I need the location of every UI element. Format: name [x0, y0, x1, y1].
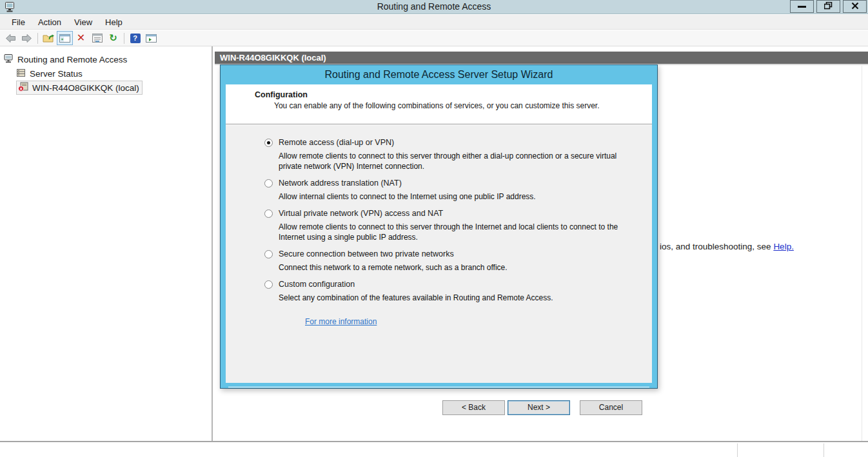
back-arrow-icon [5, 34, 16, 43]
status-strip-divider [737, 443, 738, 457]
option-description: Connect this network to a remote network… [279, 262, 632, 273]
tree-item-label: Server Status [30, 69, 83, 79]
next-wizard-button[interactable]: Next > [508, 400, 570, 415]
menu-view[interactable]: View [68, 15, 99, 29]
wizard-title: Routing and Remote Access Server Setup W… [221, 65, 657, 84]
routing-console-icon [3, 53, 14, 65]
option-custom-configuration: Custom configuration Select any combinat… [264, 280, 652, 303]
background-help-text: ios, and troubleshooting, see Help. [660, 242, 794, 251]
tree-root-routing-remote-access[interactable]: Routing and Remote Access [0, 52, 212, 66]
restore-button[interactable] [816, 0, 840, 13]
option-label[interactable]: Network address translation (NAT) [279, 179, 402, 188]
tree-item-server-status[interactable]: Server Status [0, 66, 212, 81]
menu-file[interactable]: File [5, 15, 32, 29]
option-nat: Network address translation (NAT) Allow … [264, 179, 652, 202]
forward-arrow-icon [21, 34, 32, 43]
menu-action[interactable]: Action [32, 15, 68, 29]
window-play-icon [146, 34, 157, 43]
show-console-tree-button[interactable] [57, 31, 73, 45]
radio-vpn-and-nat[interactable] [264, 209, 273, 218]
button-separator [228, 387, 649, 387]
back-wizard-button[interactable]: < Back [442, 400, 505, 415]
option-vpn-and-nat: Virtual private network (VPN) access and… [264, 209, 652, 242]
status-strip-divider [824, 443, 824, 457]
tree-item-server-local[interactable]: WIN-R44O8GIKKQK (local) [0, 81, 212, 95]
close-icon [851, 1, 859, 12]
server-stopped-icon [18, 82, 28, 93]
more-information-link[interactable]: For more information [305, 317, 377, 326]
pane-right-edge [862, 66, 862, 441]
restore-icon [824, 1, 833, 12]
radio-remote-access[interactable] [264, 139, 273, 147]
menu-help[interactable]: Help [99, 15, 129, 29]
status-strip [0, 441, 868, 457]
close-button[interactable] [843, 0, 867, 13]
back-button[interactable] [3, 31, 19, 45]
option-label[interactable]: Virtual private network (VPN) access and… [279, 209, 443, 218]
radio-custom-configuration[interactable] [264, 280, 273, 289]
toolbar-separator [37, 33, 38, 44]
folder-export-icon [43, 33, 55, 43]
option-description: Allow remote clients to connect to this … [279, 151, 632, 171]
option-label[interactable]: Remote access (dial-up or VPN) [279, 138, 394, 147]
option-secure-connection: Secure connection between two private ne… [264, 249, 652, 273]
help-link[interactable]: Help. [773, 242, 794, 251]
selected-tree-item: WIN-R44O8GIKKQK (local) [16, 81, 143, 95]
minimize-button[interactable] [790, 0, 814, 13]
help-button[interactable] [127, 31, 143, 45]
option-description: Select any combination of the features a… [279, 293, 632, 303]
window-titlebar: Routing and Remote Access [0, 0, 868, 14]
properties-icon [92, 34, 103, 43]
option-remote-access: Remote access (dial-up or VPN) Allow rem… [264, 138, 652, 171]
background-partial-text: ios, and troubleshooting, see [660, 242, 773, 251]
show-window-button[interactable] [143, 31, 159, 45]
results-pane-header: WIN-R44O8GIKKQK (local) [215, 52, 868, 64]
refresh-icon [109, 34, 117, 43]
wizard-subtext: You can enable any of the following comb… [226, 101, 603, 111]
toolbar [0, 30, 868, 46]
toolbar-separator [124, 33, 124, 44]
screen: Routing and Remote Access [0, 0, 868, 457]
wizard-header: Configuration You can enable any of the … [226, 84, 652, 124]
export-list-button[interactable] [41, 31, 57, 45]
properties-button[interactable] [89, 31, 105, 45]
console-tree-pane: Routing and Remote Access Server Status [0, 46, 213, 441]
help-icon [130, 34, 141, 43]
minimize-icon [798, 6, 806, 8]
window-title: Routing and Remote Access [0, 0, 868, 14]
tree-root-label: Routing and Remote Access [17, 55, 127, 64]
refresh-button[interactable] [105, 31, 121, 45]
setup-wizard-dialog: Routing and Remote Access Server Setup W… [220, 64, 658, 389]
option-description: Allow internal clients to connect to the… [279, 191, 632, 202]
menu-bar: File Action View Help [0, 15, 868, 30]
option-label[interactable]: Custom configuration [279, 280, 355, 289]
radio-nat[interactable] [264, 179, 273, 188]
wizard-body: Remote access (dial-up or VPN) Allow rem… [226, 124, 652, 382]
console-tree-icon [59, 34, 70, 43]
option-description: Allow remote clients to connect to this … [279, 222, 632, 242]
delete-x-icon [77, 33, 85, 43]
configuration-options: Remote access (dial-up or VPN) Allow rem… [226, 125, 652, 327]
wizard-heading: Configuration [226, 84, 652, 101]
tree-item-label: WIN-R44O8GIKKQK (local) [32, 83, 139, 93]
cancel-wizard-button[interactable]: Cancel [580, 400, 642, 415]
forward-button[interactable] [19, 31, 35, 45]
delete-button[interactable] [73, 31, 89, 45]
wizard-content: Configuration You can enable any of the … [226, 84, 652, 383]
server-status-icon [16, 68, 26, 79]
radio-secure-connection[interactable] [264, 250, 273, 258]
option-label[interactable]: Secure connection between two private ne… [279, 249, 454, 258]
